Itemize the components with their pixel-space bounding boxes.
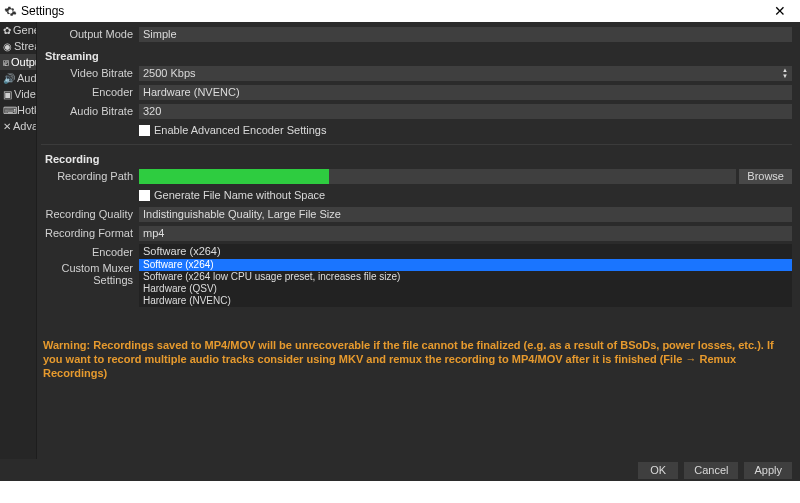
sidebar-item-label: General	[13, 24, 37, 36]
mp4-warning-text: Warning: Recordings saved to MP4/MOV wil…	[41, 334, 792, 384]
audio-icon: 🔊	[3, 73, 15, 84]
sidebar-item-advanced[interactable]: ✕Advanced	[0, 118, 36, 134]
video-bitrate-spinner[interactable]: 2500 Kbps ▲▼	[139, 66, 792, 81]
sidebar-item-label: Audio	[17, 72, 37, 84]
recording-path-redacted	[139, 169, 329, 184]
streaming-heading: Streaming	[45, 50, 792, 62]
advanced-icon: ✕	[3, 121, 11, 132]
encoder-option[interactable]: Software (x264)	[139, 259, 792, 271]
encoder-option[interactable]: Hardware (NVENC)	[139, 295, 792, 307]
output-settings-panel: Output Mode Simple Streaming Video Bitra…	[37, 22, 800, 459]
section-divider	[41, 144, 792, 145]
stream-icon: ◉	[3, 41, 12, 52]
recording-quality-label: Recording Quality	[41, 208, 139, 220]
video-bitrate-value: 2500 Kbps	[143, 67, 782, 79]
sidebar-item-label: Hotkeys	[17, 104, 37, 116]
filename-nospace-label: Generate File Name without Space	[154, 189, 325, 201]
muxer-label: Custom Muxer Settings	[41, 262, 139, 286]
apply-button[interactable]: Apply	[744, 462, 792, 479]
dialog-footer: OK Cancel Apply	[0, 459, 800, 481]
spinner-arrows-icon[interactable]: ▲▼	[782, 67, 788, 79]
audio-bitrate-select[interactable]: 320	[139, 104, 792, 119]
ok-button[interactable]: OK	[638, 462, 678, 479]
encoder-option[interactable]: Hardware (QSV)	[139, 283, 792, 295]
sidebar-item-stream[interactable]: ◉Stream	[0, 38, 36, 54]
settings-icon	[4, 5, 17, 18]
window-titlebar: Settings ✕	[0, 0, 800, 22]
recording-encoder-combobox[interactable]: Software (x264) Software (x264) Software…	[139, 244, 792, 307]
sidebar-item-label: Video	[14, 88, 37, 100]
advanced-encoder-checkbox-label: Enable Advanced Encoder Settings	[154, 124, 326, 136]
window-title: Settings	[21, 4, 64, 18]
audio-bitrate-label: Audio Bitrate	[41, 105, 139, 117]
streaming-encoder-label: Encoder	[41, 86, 139, 98]
sidebar-item-audio[interactable]: 🔊Audio	[0, 70, 36, 86]
recording-encoder-label: Encoder	[41, 244, 139, 258]
output-icon: ⎚	[3, 57, 9, 68]
recording-heading: Recording	[45, 153, 792, 165]
advanced-encoder-checkbox[interactable]	[139, 125, 150, 136]
recording-encoder-dropdown: Software (x264) Software (x264 low CPU u…	[139, 259, 792, 307]
sidebar-item-label: Stream	[14, 40, 37, 52]
streaming-encoder-select[interactable]: Hardware (NVENC)	[139, 85, 792, 100]
output-mode-label: Output Mode	[41, 28, 139, 40]
video-bitrate-label: Video Bitrate	[41, 67, 139, 79]
video-icon: ▣	[3, 89, 12, 100]
sidebar-item-output[interactable]: ⎚Output	[0, 54, 36, 70]
close-button[interactable]: ✕	[764, 3, 796, 19]
browse-button[interactable]: Browse	[739, 169, 792, 184]
output-mode-select[interactable]: Simple	[139, 27, 792, 42]
recording-encoder-selected[interactable]: Software (x264)	[139, 244, 792, 259]
settings-sidebar: ✿General ◉Stream ⎚Output 🔊Audio ▣Video ⌨…	[0, 22, 37, 459]
filename-nospace-checkbox[interactable]	[139, 190, 150, 201]
gear-icon: ✿	[3, 25, 11, 36]
sidebar-item-label: Output	[11, 56, 37, 68]
sidebar-item-video[interactable]: ▣Video	[0, 86, 36, 102]
sidebar-item-general[interactable]: ✿General	[0, 22, 36, 38]
recording-format-label: Recording Format	[41, 227, 139, 239]
recording-quality-select[interactable]: Indistinguishable Quality, Large File Si…	[139, 207, 792, 222]
cancel-button[interactable]: Cancel	[684, 462, 738, 479]
recording-path-input[interactable]	[139, 169, 736, 184]
sidebar-item-label: Advanced	[13, 120, 37, 132]
keyboard-icon: ⌨	[3, 105, 15, 116]
recording-format-select[interactable]: mp4	[139, 226, 792, 241]
encoder-option[interactable]: Software (x264 low CPU usage preset, inc…	[139, 271, 792, 283]
recording-path-label: Recording Path	[41, 170, 139, 182]
sidebar-item-hotkeys[interactable]: ⌨Hotkeys	[0, 102, 36, 118]
